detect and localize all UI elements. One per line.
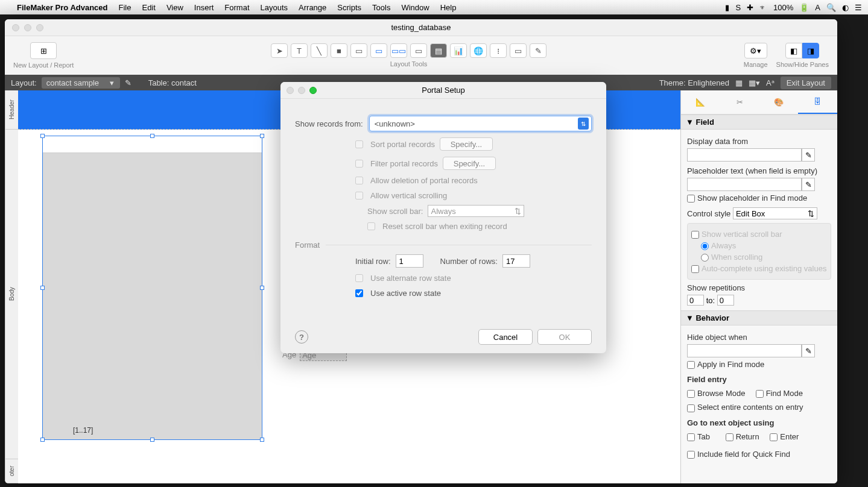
status-icon[interactable]: ✚ bbox=[747, 3, 753, 12]
resize-handle[interactable] bbox=[40, 134, 45, 138]
display-from-input[interactable] bbox=[687, 148, 802, 162]
chart-tool[interactable]: 📊 bbox=[450, 43, 467, 58]
menu-format[interactable]: Format bbox=[224, 3, 249, 12]
return-check[interactable]: Return bbox=[726, 432, 768, 441]
right-pane-toggle[interactable]: ◨ bbox=[802, 43, 819, 58]
allow-scroll-check[interactable] bbox=[355, 192, 363, 200]
app-name[interactable]: FileMaker Pro Advanced bbox=[17, 3, 108, 12]
find-mode-check[interactable]: Find Mode bbox=[756, 389, 803, 398]
webviewer-tool[interactable]: 🌐 bbox=[470, 43, 487, 58]
minimize-button[interactable] bbox=[24, 24, 31, 31]
line-tool[interactable]: ╲ bbox=[311, 43, 328, 58]
resize-handle[interactable] bbox=[40, 438, 45, 442]
status-icon[interactable]: S bbox=[735, 3, 741, 12]
picker-tool[interactable]: ✎ bbox=[530, 43, 546, 58]
help-button[interactable]: ? bbox=[295, 330, 308, 344]
menu-insert[interactable]: Insert bbox=[194, 3, 214, 12]
menu-tools[interactable]: Tools bbox=[372, 3, 390, 12]
placeholder-input[interactable] bbox=[687, 178, 802, 191]
initial-row-input[interactable] bbox=[396, 254, 423, 268]
part-header[interactable]: Header bbox=[5, 90, 18, 130]
edit-icon[interactable]: ✎ bbox=[125, 78, 131, 87]
part-body[interactable]: Body bbox=[5, 130, 18, 459]
allow-delete-check[interactable] bbox=[355, 177, 363, 184]
rep-from-input[interactable] bbox=[687, 295, 704, 306]
sort-specify-button[interactable]: Specify... bbox=[440, 137, 493, 151]
section-field[interactable]: ▼ Field bbox=[681, 115, 837, 130]
portal-tool[interactable]: ▤ bbox=[430, 43, 447, 58]
inspector-tab-styles[interactable]: ✂ bbox=[720, 90, 759, 114]
autocomplete-check[interactable]: Auto-complete using existing values bbox=[691, 264, 827, 273]
left-pane-toggle[interactable]: ◧ bbox=[785, 43, 802, 58]
quick-find-check[interactable]: Include field for Quick Find bbox=[687, 450, 831, 459]
portal-object[interactable]: [1..17] bbox=[42, 136, 262, 440]
reset-scroll-check[interactable] bbox=[367, 222, 375, 230]
num-rows-input[interactable] bbox=[502, 254, 530, 268]
menu-view[interactable]: View bbox=[166, 3, 183, 12]
field-tool[interactable]: ▭ bbox=[350, 43, 367, 58]
resize-handle[interactable] bbox=[260, 134, 264, 138]
show-vscroll-check[interactable]: Show vertical scroll bar bbox=[691, 230, 827, 239]
menu-edit[interactable]: Edit bbox=[142, 3, 155, 12]
inspector-tab-data[interactable]: 🗄 bbox=[798, 90, 837, 114]
rep-to-input[interactable] bbox=[717, 295, 734, 306]
layout-selector[interactable]: contact sample▾ bbox=[42, 77, 120, 89]
tab-check[interactable]: Tab bbox=[687, 432, 723, 441]
notification-icon[interactable]: ☰ bbox=[855, 3, 862, 12]
edit-display-button[interactable]: ✎ bbox=[802, 148, 815, 162]
grid-icon[interactable]: ▦▾ bbox=[749, 78, 760, 87]
menu-scripts[interactable]: Scripts bbox=[337, 3, 361, 12]
text-tool[interactable]: T bbox=[291, 43, 308, 58]
select-contents-check[interactable]: Select entire contents on entry bbox=[687, 403, 831, 412]
popover-tool[interactable]: ▭ bbox=[510, 43, 527, 58]
theme-icon[interactable]: ▦ bbox=[735, 78, 743, 87]
apply-find-check[interactable]: Apply in Find mode bbox=[687, 360, 831, 369]
dialog-close[interactable] bbox=[287, 87, 294, 94]
ok-button[interactable]: OK bbox=[537, 329, 592, 345]
spotlight-icon[interactable]: 🔍 bbox=[826, 3, 836, 12]
show-placeholder-check[interactable]: Show placeholder in Find mode bbox=[687, 193, 831, 203]
resize-handle[interactable] bbox=[260, 438, 264, 442]
format-painter-tool[interactable]: ⫶ bbox=[490, 43, 507, 58]
dialog-zoom[interactable] bbox=[309, 87, 317, 94]
enter-check[interactable]: Enter bbox=[770, 432, 799, 441]
inspector-tab-appearance[interactable]: 🎨 bbox=[759, 90, 799, 114]
part-footer[interactable]: oter bbox=[5, 459, 18, 483]
control-style-select[interactable]: Edit Box⇅ bbox=[733, 207, 817, 219]
close-button[interactable] bbox=[12, 24, 19, 31]
inspector-tab-position[interactable]: 📐 bbox=[681, 90, 720, 114]
vscroll-always-radio[interactable]: Always bbox=[701, 241, 827, 250]
filter-specify-button[interactable]: Specify... bbox=[443, 157, 496, 170]
exit-layout-button[interactable]: Exit Layout bbox=[781, 77, 831, 89]
alt-state-check[interactable] bbox=[355, 274, 363, 282]
text-icon[interactable]: Aᵃ bbox=[766, 78, 775, 87]
browse-mode-check[interactable]: Browse Mode bbox=[687, 389, 753, 398]
wifi-icon[interactable]: ᯤ bbox=[759, 3, 767, 12]
dialog-minimize[interactable] bbox=[298, 87, 305, 94]
sort-check[interactable] bbox=[355, 140, 363, 148]
active-state-check[interactable] bbox=[355, 289, 363, 297]
edit-hide-button[interactable]: ✎ bbox=[802, 344, 815, 357]
scroll-bar-select[interactable]: Always⇅ bbox=[428, 205, 524, 217]
resize-handle[interactable] bbox=[40, 286, 45, 290]
pointer-tool[interactable]: ➤ bbox=[271, 43, 288, 58]
resize-handle[interactable] bbox=[260, 286, 264, 290]
new-layout-button[interactable]: ⊞ bbox=[30, 42, 57, 59]
status-icon[interactable]: ◐ bbox=[842, 3, 849, 12]
buttonbar-tool[interactable]: ▭▭ bbox=[390, 43, 407, 58]
menu-arrange[interactable]: Arrange bbox=[299, 3, 326, 12]
button-tool[interactable]: ▭ bbox=[370, 43, 387, 58]
menu-window[interactable]: Window bbox=[401, 3, 429, 12]
menu-file[interactable]: File bbox=[119, 3, 131, 12]
tab-tool[interactable]: ▭ bbox=[410, 43, 427, 58]
manage-button[interactable]: ⚙︎▾ bbox=[744, 43, 767, 58]
filter-check[interactable] bbox=[355, 160, 363, 168]
zoom-button[interactable] bbox=[36, 24, 43, 31]
section-behavior[interactable]: ▼ Behavior bbox=[681, 310, 837, 325]
edit-placeholder-button[interactable]: ✎ bbox=[802, 178, 815, 191]
show-records-select[interactable]: <unknown>⇅ bbox=[369, 116, 592, 131]
resize-handle[interactable] bbox=[150, 438, 154, 442]
rect-tool[interactable]: ■ bbox=[331, 43, 347, 58]
vscroll-when-radio[interactable]: When scrolling bbox=[701, 253, 827, 262]
status-icon[interactable]: ▮ bbox=[725, 3, 729, 12]
